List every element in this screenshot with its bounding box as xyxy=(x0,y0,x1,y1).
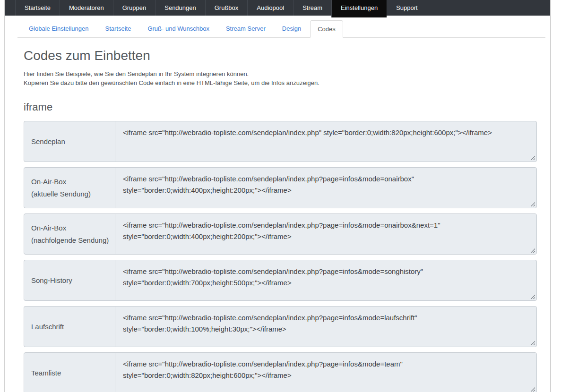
row-code-cell: <iframe src="http://webradio-topliste.co… xyxy=(115,353,536,392)
row-code-cell: <iframe src="http://webradio-topliste.co… xyxy=(115,307,536,347)
settings-tabbar: Globale Einstellungen Startseite Gruß- u… xyxy=(17,20,545,38)
row-code-cell: <iframe src="http://webradio-topliste.co… xyxy=(115,121,536,162)
embed-code-textarea[interactable]: <iframe src="http://webradio-topliste.co… xyxy=(115,353,536,392)
table-row-onairbox-nachfolgend: On-Air-Box (nachfolgende Sendung) <ifram… xyxy=(24,213,537,255)
intro-line-1: Hier finden Sie Beispiele, wie Sie den S… xyxy=(24,69,537,78)
embed-code-textarea[interactable]: <iframe src="http://webradio-topliste.co… xyxy=(115,168,536,208)
row-label: On-Air-Box (nachfolgende Sendung) xyxy=(24,214,115,254)
row-label: Laufschrift xyxy=(24,307,115,347)
table-row-sendeplan: Sendeplan <iframe src="http://webradio-t… xyxy=(24,121,537,162)
embed-code-table: Sendeplan <iframe src="http://webradio-t… xyxy=(24,121,537,392)
nav-item-gruppen[interactable]: Gruppen xyxy=(113,0,155,16)
tab-globale-einstellungen[interactable]: Globale Einstellungen xyxy=(21,20,96,37)
row-code-cell: <iframe src="http://webradio-topliste.co… xyxy=(115,260,536,300)
intro-text: Hier finden Sie Beispiele, wie Sie den S… xyxy=(24,69,537,87)
page-title: Codes zum Einbetten xyxy=(24,48,537,63)
embed-code-textarea[interactable]: <iframe src="http://webradio-topliste.co… xyxy=(115,260,536,300)
tab-stream-server[interactable]: Stream Server xyxy=(218,20,273,37)
tab-codes[interactable]: Codes xyxy=(310,20,343,38)
nav-item-startseite[interactable]: Startseite xyxy=(15,0,60,16)
embed-code-textarea[interactable]: <iframe src="http://webradio-topliste.co… xyxy=(115,121,536,162)
table-row-onairbox-aktuell: On-Air-Box (aktuelle Sendung) <iframe sr… xyxy=(24,167,537,208)
page-container: Startseite Moderatoren Gruppen Sendungen… xyxy=(4,0,551,392)
table-row-song-history: Song-History <iframe src="http://webradi… xyxy=(24,260,537,301)
row-code-cell: <iframe src="http://webradio-topliste.co… xyxy=(115,214,536,254)
table-row-laufschrift: Laufschrift <iframe src="http://webradio… xyxy=(24,306,537,347)
nav-item-sendungen[interactable]: Sendungen xyxy=(155,0,205,16)
nav-item-einstellungen[interactable]: Einstellungen xyxy=(331,0,387,17)
row-label: Teamliste xyxy=(24,353,115,392)
row-label: On-Air-Box (aktuelle Sendung) xyxy=(24,168,115,208)
tab-design[interactable]: Design xyxy=(275,20,309,37)
nav-item-grussbox[interactable]: Grußbox xyxy=(205,0,248,16)
main-navbar: Startseite Moderatoren Gruppen Sendungen… xyxy=(5,0,550,16)
row-label: Song-History xyxy=(24,260,115,300)
embed-code-textarea[interactable]: <iframe src="http://webradio-topliste.co… xyxy=(115,214,536,254)
nav-item-moderatoren[interactable]: Moderatoren xyxy=(60,0,113,16)
nav-item-stream[interactable]: Stream xyxy=(293,0,331,16)
tab-startseite[interactable]: Startseite xyxy=(97,20,138,37)
nav-item-audiopool[interactable]: Audiopool xyxy=(247,0,293,16)
iframe-section-title: iframe xyxy=(24,101,537,113)
embed-code-textarea[interactable]: <iframe src="http://webradio-topliste.co… xyxy=(115,307,536,347)
intro-line-2: Kopieren Sie dazu bitte den gewünschten … xyxy=(24,78,537,87)
main-content: Codes zum Einbetten Hier finden Sie Beis… xyxy=(5,48,550,392)
row-code-cell: <iframe src="http://webradio-topliste.co… xyxy=(115,168,536,208)
nav-item-support[interactable]: Support xyxy=(387,0,427,16)
tab-gruss-und-wunschbox[interactable]: Gruß- und Wunschbox xyxy=(140,20,217,37)
row-label: Sendeplan xyxy=(24,121,115,162)
table-row-teamliste: Teamliste <iframe src="http://webradio-t… xyxy=(24,352,537,392)
